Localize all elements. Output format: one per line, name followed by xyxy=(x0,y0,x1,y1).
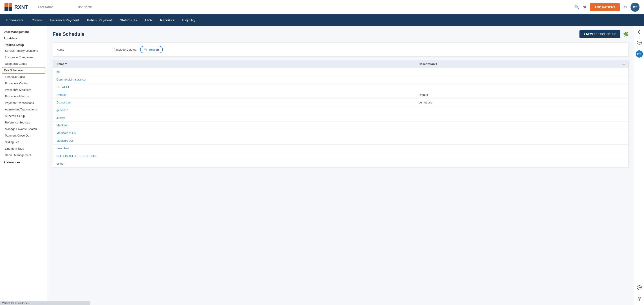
logo-text: RXNT xyxy=(14,4,28,10)
nav-bar: Encounters Claims Insurance Payment Pati… xyxy=(0,14,644,26)
sidebar-item-financial-class[interactable]: Financial Class xyxy=(0,74,47,80)
table-row: new chart xyxy=(53,145,628,152)
name-label: Name xyxy=(56,48,64,51)
fee-name-cell[interactable]: office xyxy=(53,160,415,168)
logo-icon xyxy=(4,3,12,11)
chat-icon[interactable]: 💬 xyxy=(636,39,643,47)
message-icon[interactable]: 💬 xyxy=(636,284,643,292)
fee-name-cell[interactable]: Do not use xyxy=(53,99,415,106)
sort-icon[interactable]: ▾ xyxy=(65,62,67,66)
table-row: Do not usedo not use xyxy=(53,99,628,106)
table-row: DEFAULT xyxy=(53,84,628,91)
fee-table-body: billCommercial insuranceDEFAULTDefaultDe… xyxy=(53,68,628,168)
nav-insurance-payment-label: Insurance Payment xyxy=(50,18,79,22)
sidebar-item-sliding-fee[interactable]: Sliding Fee xyxy=(0,139,47,145)
last-name-input[interactable] xyxy=(36,4,72,10)
fee-description-cell xyxy=(415,152,628,160)
sidebar-item-superbill-setup[interactable]: Superbill Setup xyxy=(0,113,47,119)
sidebar-item-insurance-companies[interactable]: Insurance Companies xyxy=(0,54,47,60)
fee-description-cell xyxy=(415,114,628,122)
nav-patient-payment[interactable]: Patient Payment xyxy=(83,14,116,26)
table-row: Commercial insurance xyxy=(53,76,628,84)
first-name-input[interactable] xyxy=(74,4,110,10)
add-patient-button[interactable]: ADD PATIENT xyxy=(590,3,620,11)
nav-insurance-payment[interactable]: Insurance Payment xyxy=(46,14,83,26)
sidebar-item-manage-favorite-search[interactable]: Manage Favorite Search xyxy=(0,126,47,132)
settings-icon-btn[interactable]: ⚙ xyxy=(623,5,627,10)
table-row: DefaultDefault xyxy=(53,91,628,99)
sidebar-item-procedure-macros[interactable]: Procedure Macros xyxy=(0,93,47,100)
nav-claims[interactable]: Claims xyxy=(28,14,46,26)
sidebar-item-procedure-codes[interactable]: Procedure Codes xyxy=(0,80,47,86)
page-title: Fee Schedule xyxy=(52,31,84,37)
fee-name-cell[interactable]: general 1 xyxy=(53,106,415,114)
help-icon[interactable]: ❓ xyxy=(636,295,643,303)
include-deleted-wrap: Include Deleted xyxy=(112,48,136,51)
fee-description-cell xyxy=(415,84,628,91)
sidebar-item-payment-transactions[interactable]: Payment Transactions xyxy=(0,100,47,106)
col-description-header: Description ▾ ☰ xyxy=(415,60,628,68)
sidebar-item-payment-close-out[interactable]: Payment Close Out xyxy=(0,132,47,139)
nav-reports[interactable]: Reports ▾ xyxy=(156,14,178,26)
svg-rect-2 xyxy=(4,7,8,11)
search-button[interactable]: 🔍 Search xyxy=(140,46,163,53)
fee-description-cell xyxy=(415,160,628,168)
nav-patient-payment-label: Patient Payment xyxy=(87,18,112,22)
leaf-icon: 🌿 xyxy=(623,32,629,37)
new-fee-schedule-button[interactable]: + NEW FEE SCHEDULE xyxy=(580,30,620,38)
fee-name-cell[interactable]: Medicare X2 xyxy=(53,137,415,145)
fee-name-cell[interactable]: Medicare x 1.5 xyxy=(53,129,415,137)
sidebar: User Management Providers Practice Setup… xyxy=(0,26,47,305)
fee-description-cell: do not use xyxy=(415,99,628,106)
nav-era-label: ERA xyxy=(145,18,152,22)
nav-encounters-label: Encounters xyxy=(6,18,24,22)
name-search-input[interactable] xyxy=(68,48,108,52)
sidebar-item-procedure-modifiers[interactable]: Procedure Modifiers xyxy=(0,86,47,93)
sidebar-item-service-facility-locations[interactable]: Service Facility Locations xyxy=(0,48,47,54)
sidebar-item-fee-schedules[interactable]: Fee Schedules xyxy=(2,67,45,74)
filter-icon-btn[interactable]: ⚗ xyxy=(583,5,586,10)
search-button-label: Search xyxy=(149,48,159,51)
nav-claims-label: Claims xyxy=(32,18,42,22)
fee-name-cell[interactable]: Default xyxy=(53,91,415,99)
nav-statements[interactable]: Statements xyxy=(116,14,141,26)
table-row: Jimmy xyxy=(53,114,628,122)
reports-dropdown-icon: ▾ xyxy=(173,18,174,22)
search-icon: 🔍 xyxy=(144,48,148,51)
sidebar-item-diagnosis-codes[interactable]: Diagnosis Codes xyxy=(0,60,47,67)
user-badge[interactable]: BT xyxy=(636,50,643,58)
sidebar-item-line-item-tags[interactable]: Line Item Tags xyxy=(0,145,47,152)
fee-name-cell[interactable]: Medicaid xyxy=(53,122,415,129)
table-row: bill xyxy=(53,68,628,76)
sidebar-section-practice-setup: Practice Setup xyxy=(0,41,47,48)
fee-name-cell[interactable]: new chart xyxy=(53,145,415,152)
content-area: Fee Schedule + NEW FEE SCHEDULE 🌿 Name I… xyxy=(47,26,634,305)
header-actions: + NEW FEE SCHEDULE 🌿 xyxy=(580,30,629,38)
main-layout: User Management Providers Practice Setup… xyxy=(0,26,644,305)
nav-encounters[interactable]: Encounters xyxy=(2,14,28,26)
collapse-icon[interactable]: ❮ xyxy=(636,28,642,36)
sidebar-item-denial-management[interactable]: Denial Management xyxy=(0,152,47,158)
nav-era[interactable]: ERA xyxy=(141,14,156,26)
avatar-button[interactable]: BT xyxy=(630,3,640,12)
fee-name-cell[interactable]: Commercial insurance xyxy=(53,76,415,84)
fee-description-cell xyxy=(415,76,628,84)
include-deleted-checkbox[interactable] xyxy=(112,48,115,51)
fee-name-cell[interactable]: Jimmy xyxy=(53,114,415,122)
table-row: office xyxy=(53,160,628,168)
fee-name-cell[interactable]: bill xyxy=(53,68,415,76)
fee-name-cell[interactable]: NO CHARGE FEE SCHEDULE xyxy=(53,152,415,160)
desc-sort-icon[interactable]: ▾ xyxy=(436,62,437,66)
search-icon-btn[interactable]: 🔍 xyxy=(574,5,579,10)
logo: RXNT xyxy=(4,3,28,11)
col-name-header: Name ▾ xyxy=(53,60,415,68)
status-text: Waiting for s0.2mdn.net... xyxy=(2,302,30,304)
sidebar-item-reference-sources[interactable]: Reference Sources xyxy=(0,119,47,126)
fee-description-cell: Default xyxy=(415,91,628,99)
table-row: Medicaid xyxy=(53,122,628,129)
columns-toggle-icon[interactable]: ☰ xyxy=(622,62,625,66)
fee-name-cell[interactable]: DEFAULT xyxy=(53,84,415,91)
nav-eligibility[interactable]: Eligibility xyxy=(178,14,199,26)
sidebar-item-adjustment-transactions[interactable]: Adjustment Transactions xyxy=(0,106,47,113)
table-row: general 1 xyxy=(53,106,628,114)
